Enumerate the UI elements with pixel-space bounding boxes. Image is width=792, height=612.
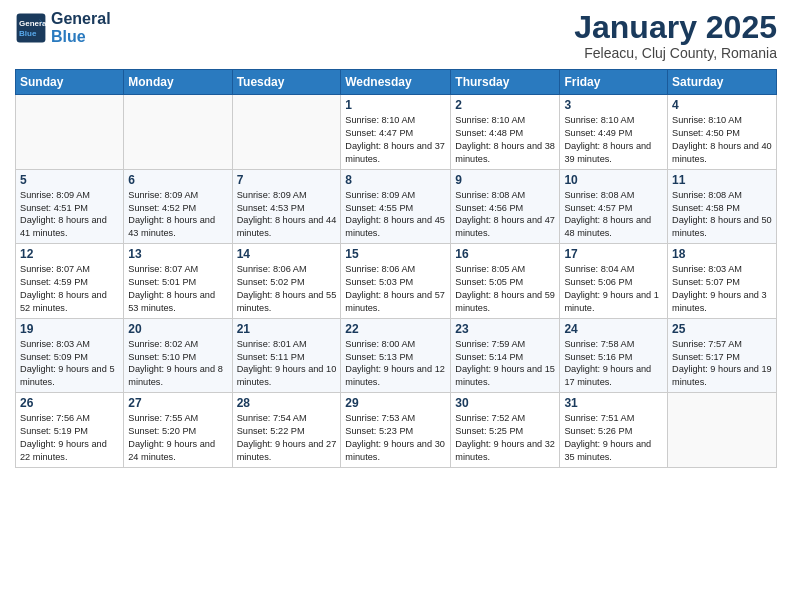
day-info: Sunrise: 7:53 AMSunset: 5:23 PMDaylight:…: [345, 412, 446, 464]
day-cell: 11Sunrise: 8:08 AMSunset: 4:58 PMDayligh…: [668, 169, 777, 244]
header: General Blue General Blue January 2025 F…: [15, 10, 777, 61]
day-number: 18: [672, 247, 772, 261]
day-info: Sunrise: 8:08 AMSunset: 4:58 PMDaylight:…: [672, 189, 772, 241]
day-number: 31: [564, 396, 663, 410]
day-info: Sunrise: 8:04 AMSunset: 5:06 PMDaylight:…: [564, 263, 663, 315]
month-title: January 2025: [574, 10, 777, 45]
day-info: Sunrise: 8:07 AMSunset: 4:59 PMDaylight:…: [20, 263, 119, 315]
day-number: 2: [455, 98, 555, 112]
day-number: 10: [564, 173, 663, 187]
title-block: January 2025 Feleacu, Cluj County, Roman…: [574, 10, 777, 61]
day-info: Sunrise: 8:09 AMSunset: 4:52 PMDaylight:…: [128, 189, 227, 241]
day-cell: 29Sunrise: 7:53 AMSunset: 5:23 PMDayligh…: [341, 393, 451, 468]
week-row-4: 19Sunrise: 8:03 AMSunset: 5:09 PMDayligh…: [16, 318, 777, 393]
day-number: 19: [20, 322, 119, 336]
day-number: 16: [455, 247, 555, 261]
weekday-header-sunday: Sunday: [16, 70, 124, 95]
day-number: 7: [237, 173, 337, 187]
day-number: 25: [672, 322, 772, 336]
day-cell: 16Sunrise: 8:05 AMSunset: 5:05 PMDayligh…: [451, 244, 560, 319]
weekday-header-tuesday: Tuesday: [232, 70, 341, 95]
day-cell: 24Sunrise: 7:58 AMSunset: 5:16 PMDayligh…: [560, 318, 668, 393]
day-info: Sunrise: 8:10 AMSunset: 4:49 PMDaylight:…: [564, 114, 663, 166]
day-cell: 7Sunrise: 8:09 AMSunset: 4:53 PMDaylight…: [232, 169, 341, 244]
day-cell: 25Sunrise: 7:57 AMSunset: 5:17 PMDayligh…: [668, 318, 777, 393]
weekday-header-friday: Friday: [560, 70, 668, 95]
day-info: Sunrise: 8:07 AMSunset: 5:01 PMDaylight:…: [128, 263, 227, 315]
day-cell: [16, 95, 124, 170]
location-subtitle: Feleacu, Cluj County, Romania: [574, 45, 777, 61]
day-number: 21: [237, 322, 337, 336]
day-cell: 3Sunrise: 8:10 AMSunset: 4:49 PMDaylight…: [560, 95, 668, 170]
weekday-header-monday: Monday: [124, 70, 232, 95]
day-number: 17: [564, 247, 663, 261]
calendar-table: SundayMondayTuesdayWednesdayThursdayFrid…: [15, 69, 777, 468]
day-cell: 27Sunrise: 7:55 AMSunset: 5:20 PMDayligh…: [124, 393, 232, 468]
day-cell: 9Sunrise: 8:08 AMSunset: 4:56 PMDaylight…: [451, 169, 560, 244]
day-info: Sunrise: 7:58 AMSunset: 5:16 PMDaylight:…: [564, 338, 663, 390]
day-number: 14: [237, 247, 337, 261]
day-cell: 8Sunrise: 8:09 AMSunset: 4:55 PMDaylight…: [341, 169, 451, 244]
day-number: 24: [564, 322, 663, 336]
weekday-header-row: SundayMondayTuesdayWednesdayThursdayFrid…: [16, 70, 777, 95]
day-cell: 13Sunrise: 8:07 AMSunset: 5:01 PMDayligh…: [124, 244, 232, 319]
day-cell: 18Sunrise: 8:03 AMSunset: 5:07 PMDayligh…: [668, 244, 777, 319]
logo-icon: General Blue: [15, 12, 47, 44]
svg-text:Blue: Blue: [19, 29, 37, 38]
weekday-header-wednesday: Wednesday: [341, 70, 451, 95]
page: General Blue General Blue January 2025 F…: [0, 0, 792, 612]
day-cell: 1Sunrise: 8:10 AMSunset: 4:47 PMDaylight…: [341, 95, 451, 170]
day-cell: [124, 95, 232, 170]
day-number: 22: [345, 322, 446, 336]
day-number: 4: [672, 98, 772, 112]
day-info: Sunrise: 7:52 AMSunset: 5:25 PMDaylight:…: [455, 412, 555, 464]
day-info: Sunrise: 8:03 AMSunset: 5:09 PMDaylight:…: [20, 338, 119, 390]
week-row-2: 5Sunrise: 8:09 AMSunset: 4:51 PMDaylight…: [16, 169, 777, 244]
day-number: 1: [345, 98, 446, 112]
week-row-1: 1Sunrise: 8:10 AMSunset: 4:47 PMDaylight…: [16, 95, 777, 170]
weekday-header-saturday: Saturday: [668, 70, 777, 95]
day-cell: 30Sunrise: 7:52 AMSunset: 5:25 PMDayligh…: [451, 393, 560, 468]
day-info: Sunrise: 8:00 AMSunset: 5:13 PMDaylight:…: [345, 338, 446, 390]
day-cell: 19Sunrise: 8:03 AMSunset: 5:09 PMDayligh…: [16, 318, 124, 393]
day-number: 6: [128, 173, 227, 187]
logo-blue: Blue: [51, 28, 111, 46]
day-number: 12: [20, 247, 119, 261]
day-number: 29: [345, 396, 446, 410]
day-number: 26: [20, 396, 119, 410]
day-info: Sunrise: 8:08 AMSunset: 4:56 PMDaylight:…: [455, 189, 555, 241]
day-cell: 2Sunrise: 8:10 AMSunset: 4:48 PMDaylight…: [451, 95, 560, 170]
day-cell: 10Sunrise: 8:08 AMSunset: 4:57 PMDayligh…: [560, 169, 668, 244]
logo-general: General: [51, 10, 111, 28]
logo: General Blue General Blue: [15, 10, 111, 45]
day-info: Sunrise: 8:03 AMSunset: 5:07 PMDaylight:…: [672, 263, 772, 315]
day-info: Sunrise: 8:06 AMSunset: 5:02 PMDaylight:…: [237, 263, 337, 315]
day-number: 27: [128, 396, 227, 410]
day-info: Sunrise: 8:01 AMSunset: 5:11 PMDaylight:…: [237, 338, 337, 390]
day-info: Sunrise: 8:08 AMSunset: 4:57 PMDaylight:…: [564, 189, 663, 241]
day-info: Sunrise: 8:09 AMSunset: 4:51 PMDaylight:…: [20, 189, 119, 241]
day-cell: 20Sunrise: 8:02 AMSunset: 5:10 PMDayligh…: [124, 318, 232, 393]
day-cell: 15Sunrise: 8:06 AMSunset: 5:03 PMDayligh…: [341, 244, 451, 319]
day-info: Sunrise: 8:10 AMSunset: 4:48 PMDaylight:…: [455, 114, 555, 166]
day-info: Sunrise: 7:56 AMSunset: 5:19 PMDaylight:…: [20, 412, 119, 464]
day-cell: 26Sunrise: 7:56 AMSunset: 5:19 PMDayligh…: [16, 393, 124, 468]
day-number: 11: [672, 173, 772, 187]
weekday-header-thursday: Thursday: [451, 70, 560, 95]
day-cell: 12Sunrise: 8:07 AMSunset: 4:59 PMDayligh…: [16, 244, 124, 319]
day-cell: [232, 95, 341, 170]
day-number: 3: [564, 98, 663, 112]
day-cell: 17Sunrise: 8:04 AMSunset: 5:06 PMDayligh…: [560, 244, 668, 319]
day-cell: 31Sunrise: 7:51 AMSunset: 5:26 PMDayligh…: [560, 393, 668, 468]
day-number: 9: [455, 173, 555, 187]
day-number: 30: [455, 396, 555, 410]
day-cell: 21Sunrise: 8:01 AMSunset: 5:11 PMDayligh…: [232, 318, 341, 393]
day-number: 8: [345, 173, 446, 187]
week-row-5: 26Sunrise: 7:56 AMSunset: 5:19 PMDayligh…: [16, 393, 777, 468]
week-row-3: 12Sunrise: 8:07 AMSunset: 4:59 PMDayligh…: [16, 244, 777, 319]
day-info: Sunrise: 8:09 AMSunset: 4:53 PMDaylight:…: [237, 189, 337, 241]
day-number: 23: [455, 322, 555, 336]
day-info: Sunrise: 7:59 AMSunset: 5:14 PMDaylight:…: [455, 338, 555, 390]
day-cell: 14Sunrise: 8:06 AMSunset: 5:02 PMDayligh…: [232, 244, 341, 319]
day-number: 5: [20, 173, 119, 187]
